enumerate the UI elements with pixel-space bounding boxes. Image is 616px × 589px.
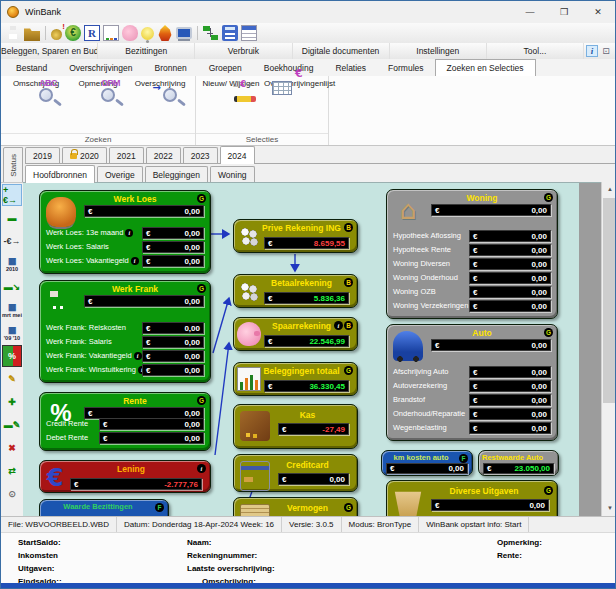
source-row[interactable]: Woning Diversen€0,00: [393, 258, 551, 272]
monitor-icon[interactable]: [176, 27, 192, 39]
vertical-scrollbar[interactable]: ▲ ▼: [601, 182, 616, 516]
flame-icon[interactable]: [157, 25, 173, 41]
box-auto[interactable]: AutoG€0,00Afschrijving Auto€0,00Autoverz…: [386, 324, 558, 441]
source-row[interactable]: Debet Rente€0,00: [46, 432, 204, 446]
minimize-button[interactable]: —: [513, 1, 547, 23]
calculator-icon[interactable]: [222, 25, 238, 41]
source-row[interactable]: Onderhoud/Reparatie€0,00: [393, 408, 551, 422]
ribbon-button-opmerking[interactable]: OPMOpmerking: [69, 77, 127, 88]
chart-magnifier-tool[interactable]: ⊙: [2, 483, 22, 505]
year-tab-2022[interactable]: 2022: [146, 147, 181, 163]
scrollbar-thumb[interactable]: [603, 198, 616, 403]
menu-tab-bezittingen[interactable]: Bezittingen: [98, 43, 195, 59]
edit-pencil-tool[interactable]: ✎: [2, 368, 22, 390]
tab-bestand[interactable]: Bestand: [5, 60, 58, 76]
box-creditcard[interactable]: Creditcard€0,00: [233, 454, 358, 492]
source-row[interactable]: Werk Frank: Reiskosten€0,00: [46, 322, 204, 336]
menu-tab-verbruik[interactable]: Verbruik: [195, 43, 292, 59]
view-tab-beleggingen[interactable]: Beleggingen: [145, 166, 208, 182]
close-button[interactable]: ✕: [581, 1, 615, 23]
source-row[interactable]: Werk Frank: Salaris€0,00: [46, 336, 204, 350]
link-sources-tool[interactable]: ⇄: [2, 460, 22, 482]
move-source-tool[interactable]: ▬↘: [2, 276, 22, 298]
edit-source-tool[interactable]: ▬✎: [2, 414, 22, 436]
source-row[interactable]: Werk Loes: 13e maandi€0,00: [46, 227, 204, 241]
menu-tab-instellingen[interactable]: Instellingen: [390, 43, 487, 59]
box-rente[interactable]: %RenteG€0,00Credit Rente€0,00Debet Rente…: [39, 392, 211, 451]
source-row[interactable]: Hypotheek Rente€0,00: [393, 244, 551, 258]
box-beleggingen-totaal[interactable]: Beleggingen totaalG€36.330,45: [233, 362, 358, 396]
box-spaarrekening[interactable]: SpaarrekeningiB€22.546,99: [233, 317, 358, 351]
source-box-tool[interactable]: ▬: [2, 207, 22, 229]
years-compare-tool[interactable]: ▦'09 '10: [2, 322, 22, 344]
year-overview-tool[interactable]: ▦2010: [2, 253, 22, 275]
ribbon-button-overschrijving[interactable]: →Overschrijving: [131, 77, 189, 88]
tab-zoeken-en-selecties[interactable]: Zoeken en Selecties: [435, 59, 536, 76]
box-werk-loes[interactable]: Werk LoesG€0,00Werk Loes: 13e maandi€0,0…: [39, 190, 211, 274]
tab-formules[interactable]: Formules: [377, 60, 434, 76]
box-km-kosten-auto[interactable]: km kosten autoF€0,00: [381, 450, 473, 476]
source-row[interactable]: Wegenbelasting€0,00: [393, 422, 551, 436]
scroll-down-button[interactable]: ▼: [602, 501, 616, 516]
source-row[interactable]: Werk Loes: Vakantiegeldi€0,00: [46, 255, 204, 269]
year-tab-2019[interactable]: 2019: [25, 147, 60, 163]
calendar-icon[interactable]: [241, 25, 257, 41]
month-overview-tool[interactable]: ▦mrt mei: [2, 299, 22, 321]
piggy-bank-icon[interactable]: [122, 25, 138, 41]
chart-image-icon[interactable]: [103, 25, 119, 41]
tab-boekhouding[interactable]: Boekhouding: [253, 60, 325, 76]
ribbon-button-overschrijvingenlijst[interactable]: €Overschrijvingenlijst: [264, 77, 322, 88]
box-lening[interactable]: €Leningi€-2.777,76: [39, 460, 211, 493]
source-row[interactable]: Credit Rente€0,00: [46, 418, 204, 432]
menu-tab-digitale-documenten[interactable]: Digitale documenten: [293, 43, 390, 59]
open-file-icon[interactable]: [24, 25, 40, 41]
dialog-launcher-icon[interactable]: ⊡: [600, 44, 612, 58]
euro-coin-icon[interactable]: [65, 25, 81, 41]
reminder-icon[interactable]: [84, 25, 100, 41]
view-tab-hoofdbronnen[interactable]: Hoofdbronnen: [25, 165, 95, 183]
source-row[interactable]: Afschrijving Auto€0,00: [393, 366, 551, 380]
box-diverse-uitgaven[interactable]: Diverse UitgavenG€0,00: [386, 480, 558, 516]
source-row[interactable]: Hypotheek Aflossing€0,00: [393, 230, 551, 244]
source-row[interactable]: Autoverzekering€0,00: [393, 380, 551, 394]
move-all-tool[interactable]: ✚: [2, 391, 22, 413]
year-tab-2021[interactable]: 2021: [109, 147, 144, 163]
box-restwaarde-auto[interactable]: Restwaarde Auto€23.050,00: [478, 450, 559, 476]
year-tab-2023[interactable]: 2023: [183, 147, 218, 163]
tab-bronnen[interactable]: Bronnen: [144, 60, 198, 76]
box-werk-frank[interactable]: Werk FrankG€0,00Werk Frank: Reiskosten€0…: [39, 280, 211, 383]
light-bulb-icon[interactable]: [141, 27, 154, 40]
status-side-tab[interactable]: Status: [3, 147, 23, 184]
tab-overschrijvingen[interactable]: Overschrijvingen: [58, 60, 143, 76]
box-woning[interactable]: ⌂WoningG€0,00Hypotheek Aflossing€0,00Hyp…: [386, 189, 558, 319]
add-source-tool[interactable]: +€→: [2, 184, 22, 206]
box-kas[interactable]: Kas€-27,49: [233, 404, 358, 449]
ribbon-info-button[interactable]: i: [586, 45, 598, 57]
menu-tab-tool-[interactable]: Tool...: [487, 43, 584, 59]
source-row[interactable]: Werk Frank: Winstuitkeringi€0,00: [46, 364, 204, 378]
view-tab-overige[interactable]: Overige: [97, 166, 143, 182]
year-tab-2020[interactable]: 2020: [62, 147, 107, 163]
coin-alert-icon[interactable]: [51, 29, 62, 40]
box-waarde-bezittingen[interactable]: Waarde BezittingenF: [39, 499, 169, 516]
remove-source-tool[interactable]: -€→: [2, 230, 22, 252]
box-prive-rekening-ing[interactable]: Prive Rekening INGB€8.659,55: [233, 219, 358, 253]
percent-tool[interactable]: %: [2, 345, 22, 367]
scroll-up-button[interactable]: ▲: [602, 182, 616, 197]
save-icon[interactable]: [5, 25, 21, 41]
ribbon-button-nieuw-wijzigen[interactable]: ☑€→Nieuw/ Wijzigen: [202, 77, 260, 88]
source-row[interactable]: Woning Verzekeringen€0,00: [393, 300, 551, 314]
source-row[interactable]: Woning Onderhoud€0,00: [393, 272, 551, 286]
tab-relaties[interactable]: Relaties: [324, 60, 377, 76]
year-tab-2024[interactable]: 2024: [220, 146, 255, 164]
source-row[interactable]: Woning OZB€0,00: [393, 286, 551, 300]
source-row[interactable]: Werk Frank: Vakantiegeldi€0,00: [46, 350, 204, 364]
ribbon-button-omschrijving[interactable]: ABCOmschrijving: [7, 77, 65, 88]
flow-icon[interactable]: [203, 25, 219, 41]
delete-source-tool[interactable]: ✖: [2, 437, 22, 459]
box-betaalrekening[interactable]: BetaalrekeningB€5.836,36: [233, 274, 358, 308]
view-tab-woning[interactable]: Woning: [210, 166, 255, 182]
menu-tab-beleggen-sparen-en-budgetten[interactable]: Beleggen, Sparen en Budgetten: [1, 43, 98, 59]
source-row[interactable]: Brandstof€0,00: [393, 394, 551, 408]
source-row[interactable]: Werk Loes: Salaris€0,00: [46, 241, 204, 255]
